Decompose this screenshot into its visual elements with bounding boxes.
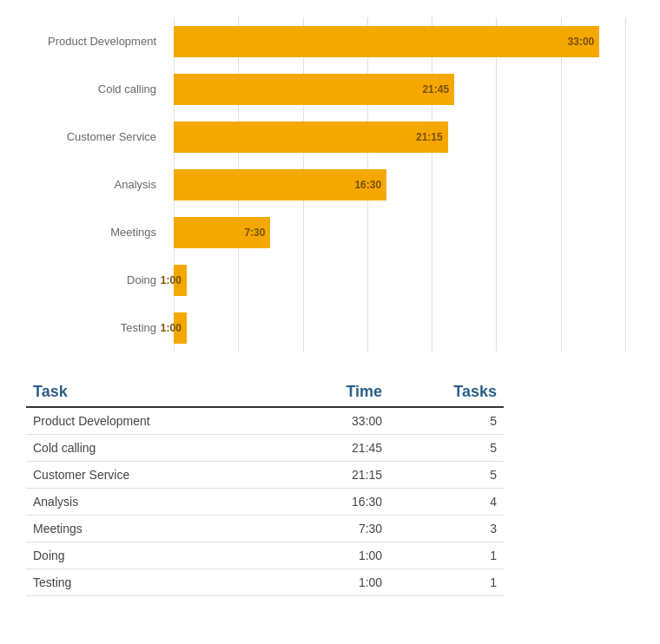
bar-wrapper: 21:45 bbox=[174, 74, 625, 105]
table-cell-time: 33:00 bbox=[288, 407, 389, 435]
bar-row-label: Product Development bbox=[26, 35, 165, 48]
bar-wrapper: 1:00 bbox=[174, 265, 625, 296]
table-cell-task: Product Development bbox=[26, 407, 288, 435]
bar-wrapper: 7:30 bbox=[174, 217, 625, 248]
table-cell-task: Testing bbox=[26, 569, 288, 596]
bar-row-label: Meetings bbox=[26, 226, 165, 239]
chart-row: Customer Service21:15 bbox=[174, 113, 625, 161]
chart-row: Testing1:00 bbox=[174, 304, 625, 352]
chart-area: Product Development33:00Cold calling21:4… bbox=[26, 17, 634, 352]
table-row: Analysis16:304 bbox=[26, 489, 504, 516]
table-cell-time: 7:30 bbox=[288, 516, 389, 542]
table-cell-tasks: 5 bbox=[389, 435, 504, 462]
bar: 7:30 bbox=[174, 217, 270, 248]
bar-row-label: Cold calling bbox=[26, 82, 165, 95]
bar-wrapper: 33:00 bbox=[174, 26, 625, 57]
bar-time-label: 7:30 bbox=[244, 227, 265, 239]
bar: 21:45 bbox=[174, 74, 454, 105]
chart-row: Meetings7:30 bbox=[174, 208, 625, 256]
table-cell-task: Cold calling bbox=[26, 435, 288, 462]
table-cell-tasks: 4 bbox=[389, 489, 504, 516]
bar-row-label: Testing bbox=[26, 321, 165, 334]
table-cell-tasks: 5 bbox=[389, 462, 504, 489]
table-cell-time: 1:00 bbox=[288, 569, 389, 596]
table-cell-task: Analysis bbox=[26, 489, 288, 516]
bar-time-label: 16:30 bbox=[354, 179, 381, 191]
table-row: Meetings7:303 bbox=[26, 516, 504, 542]
table-cell-time: 21:15 bbox=[288, 462, 389, 489]
table-row: Product Development33:005 bbox=[26, 407, 504, 435]
bar: 1:00 bbox=[174, 265, 187, 296]
table-row: Cold calling21:455 bbox=[26, 435, 504, 462]
chart-row: Cold calling21:45 bbox=[174, 65, 625, 113]
table-cell-time: 1:00 bbox=[288, 542, 389, 569]
chart-row: Product Development33:00 bbox=[174, 17, 625, 65]
bar: 16:30 bbox=[174, 169, 386, 200]
table-cell-time: 21:45 bbox=[288, 435, 389, 462]
table-cell-time: 16:30 bbox=[288, 489, 389, 516]
data-table: Task Time Tasks Product Development33:00… bbox=[26, 378, 504, 596]
bar: 33:00 bbox=[174, 26, 599, 57]
summary-table: Task Time Tasks Product Development33:00… bbox=[26, 378, 504, 596]
table-row: Doing1:001 bbox=[26, 542, 504, 569]
col-header-task: Task bbox=[26, 378, 288, 407]
col-header-tasks: Tasks bbox=[389, 378, 504, 407]
bar-time-label: 21:15 bbox=[416, 131, 443, 143]
table-cell-task: Doing bbox=[26, 542, 288, 569]
table-row: Testing1:001 bbox=[26, 569, 504, 596]
bar: 1:00 bbox=[174, 312, 187, 344]
table-cell-task: Meetings bbox=[26, 516, 288, 542]
table-cell-tasks: 1 bbox=[389, 542, 504, 569]
table-cell-tasks: 1 bbox=[389, 569, 504, 596]
table-cell-tasks: 3 bbox=[389, 516, 504, 542]
bar-wrapper: 16:30 bbox=[174, 169, 625, 200]
table-row: Customer Service21:155 bbox=[26, 462, 504, 489]
bar-time-label: 21:45 bbox=[422, 83, 449, 95]
bar-time-label: 33:00 bbox=[568, 36, 595, 48]
chart-row: Analysis16:30 bbox=[174, 161, 625, 208]
table-cell-tasks: 5 bbox=[389, 407, 504, 435]
table-cell-task: Customer Service bbox=[26, 462, 288, 489]
bar-row-label: Customer Service bbox=[26, 130, 165, 143]
bar-row-label: Doing bbox=[26, 273, 165, 286]
bar-row-label: Analysis bbox=[26, 178, 165, 191]
bar-time-label: 1:00 bbox=[161, 274, 182, 286]
bar-wrapper: 21:15 bbox=[174, 122, 625, 153]
bar-wrapper: 1:00 bbox=[174, 312, 625, 344]
bar: 21:15 bbox=[174, 122, 448, 153]
chart-row: Doing1:00 bbox=[174, 256, 625, 304]
bar-chart: Product Development33:00Cold calling21:4… bbox=[26, 17, 634, 352]
bar-time-label: 1:00 bbox=[161, 322, 182, 334]
col-header-time: Time bbox=[288, 378, 389, 407]
